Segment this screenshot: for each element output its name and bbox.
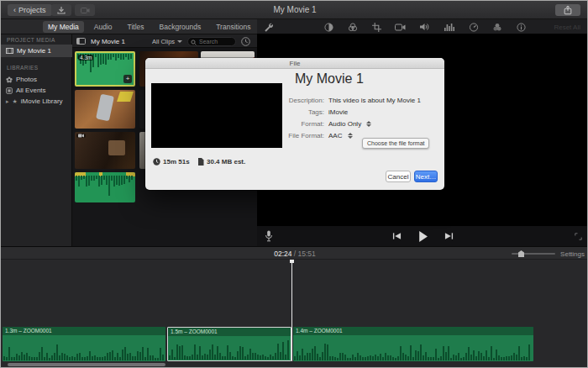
transport-controls xyxy=(257,226,588,246)
video-thumbnail[interactable] xyxy=(75,132,135,169)
disclosure-triangle-icon[interactable]: ▸ xyxy=(6,98,9,105)
reset-all-label: Reset All xyxy=(554,24,580,31)
timeline-settings-button[interactable]: Settings xyxy=(560,250,585,258)
clip-filter-dropdown[interactable]: All Clips xyxy=(152,37,182,46)
share-icon xyxy=(563,5,573,15)
clip-label: 1.4m – ZOOM0001 xyxy=(293,327,533,335)
tab-transitions[interactable]: Transitions xyxy=(211,21,255,33)
export-file-dialog: File My Movie 1 Description: This video … xyxy=(145,58,444,190)
file-icon xyxy=(197,158,204,166)
project-media-header: PROJECT MEDIA xyxy=(7,37,55,43)
scene-graphic xyxy=(108,140,125,155)
stepper-up-icon xyxy=(366,121,371,124)
window-title: My Movie 1 xyxy=(1,5,588,14)
browser-header: My Movie 1 All Clips xyxy=(72,34,257,48)
export-title: My Movie 1 xyxy=(295,71,364,87)
search-input[interactable] xyxy=(199,38,234,45)
description-label: Description: xyxy=(271,97,324,104)
stepper-down-icon xyxy=(348,136,353,139)
share-button[interactable] xyxy=(555,4,580,16)
panel-toggle-icon[interactable] xyxy=(76,38,86,45)
file-format-label: File Format: xyxy=(271,132,324,139)
sidebar-item-label: My Movie 1 xyxy=(17,47,51,55)
audio-clip-thumbnail[interactable]: 4.3m + xyxy=(75,51,135,87)
duration-value: 15m 51s xyxy=(163,158,190,166)
file-format-stepper[interactable] xyxy=(347,131,354,139)
clip-duration-badge: 4.3m xyxy=(78,55,93,60)
viewer-icon-group xyxy=(324,19,526,34)
dialog-titlebar[interactable]: File xyxy=(145,58,444,69)
enhance-wrench-icon[interactable] xyxy=(264,23,273,32)
timeline-clip[interactable]: 1.4m – ZOOM0001 xyxy=(293,327,533,361)
file-format-tooltip: Choose the file format xyxy=(362,138,429,149)
effects-icon[interactable] xyxy=(492,23,502,32)
photos-icon xyxy=(6,76,13,83)
current-time: 02:24 xyxy=(274,250,291,258)
video-thumbnail[interactable] xyxy=(75,90,135,129)
color-correction-icon[interactable] xyxy=(324,23,333,32)
volume-icon[interactable] xyxy=(420,23,430,31)
info-icon[interactable] xyxy=(517,23,526,32)
timeline[interactable]: 1.3m – ZOOM0001 1.5m – ZOOM0001 1.4m – Z… xyxy=(1,260,588,368)
audio-waveform xyxy=(169,338,290,360)
crop-icon[interactable] xyxy=(372,23,381,32)
next-button[interactable]: Next… xyxy=(414,171,438,182)
search-icon xyxy=(191,39,197,45)
app-titlebar: ‹ Projects My Movie 1 xyxy=(1,1,588,19)
skip-back-button[interactable] xyxy=(392,232,402,240)
tab-titles[interactable]: Titles xyxy=(123,21,150,33)
recents-clock-icon[interactable] xyxy=(241,37,250,46)
duration-metric: 15m 51s xyxy=(153,158,190,166)
speed-icon[interactable] xyxy=(469,23,479,32)
timeline-clip-selected[interactable]: 1.5m – ZOOM0001 xyxy=(167,327,291,361)
timeline-scrollbar[interactable] xyxy=(8,363,165,366)
tags-label: Tags: xyxy=(271,108,324,116)
tab-my-media[interactable]: My Media xyxy=(43,21,84,33)
sidebar-item-my-movie[interactable]: My Movie 1 xyxy=(1,45,72,57)
timecode-display: 02:24 / 15:51 xyxy=(1,250,588,258)
tab-backgrounds[interactable]: Backgrounds xyxy=(155,21,207,33)
clip-filter-label: All Clips xyxy=(152,38,175,45)
stabilization-icon[interactable] xyxy=(395,24,406,31)
noise-reduction-icon[interactable] xyxy=(444,23,454,31)
skip-forward-button[interactable] xyxy=(444,232,454,240)
format-value[interactable]: Audio Only xyxy=(328,120,361,128)
file-format-value[interactable]: AAC xyxy=(328,132,342,139)
audio-waveform xyxy=(76,176,134,202)
star-icon: ★ xyxy=(13,98,18,105)
sidebar-item-imovie-library[interactable]: ▸ ★ iMovie Library xyxy=(1,95,72,108)
playhead[interactable] xyxy=(291,260,292,361)
media-tabbar: My Media Audio Titles Backgrounds Transi… xyxy=(1,19,257,34)
filesize-metric: 30.4 MB est. xyxy=(197,158,245,166)
format-label: Format: xyxy=(271,120,324,128)
stepper-down-icon xyxy=(366,124,371,127)
libraries-header: LIBRARIES xyxy=(7,65,39,71)
yellow-object-graphic xyxy=(117,92,134,102)
imovie-window: ‹ Projects My Movie 1 xyxy=(0,0,588,368)
tab-audio[interactable]: Audio xyxy=(89,21,118,33)
playback-bar xyxy=(257,226,588,246)
format-stepper[interactable] xyxy=(365,119,372,128)
add-to-timeline-button[interactable]: + xyxy=(123,75,132,83)
color-balance-icon[interactable] xyxy=(348,23,358,32)
timeline-zoom-slider[interactable] xyxy=(512,253,555,255)
fullscreen-icon[interactable] xyxy=(575,233,582,240)
filesize-value: 30.4 MB est. xyxy=(207,158,245,166)
search-box xyxy=(187,37,236,46)
libraries-sidebar: PROJECT MEDIA My Movie 1 LIBRARIES Photo… xyxy=(1,34,72,246)
play-button[interactable] xyxy=(418,231,428,242)
cancel-button[interactable]: Cancel xyxy=(386,171,411,182)
export-preview xyxy=(151,83,282,148)
browser-title: My Movie 1 xyxy=(91,38,125,45)
camera-badge-icon xyxy=(76,134,86,138)
time-separator: / xyxy=(291,250,297,258)
description-value[interactable]: This video is about My Movie 1 xyxy=(328,97,421,104)
chevron-down-icon xyxy=(177,40,182,43)
timeline-clip[interactable]: 1.3m – ZOOM0001 xyxy=(3,327,165,361)
audio-clip-thumbnail[interactable] xyxy=(75,172,135,202)
tags-value[interactable]: iMovie xyxy=(328,108,348,116)
sidebar-item-label: Photos xyxy=(16,76,37,83)
audio-waveform xyxy=(294,339,533,360)
audio-waveform xyxy=(3,339,165,360)
total-time: 15:51 xyxy=(298,250,316,258)
